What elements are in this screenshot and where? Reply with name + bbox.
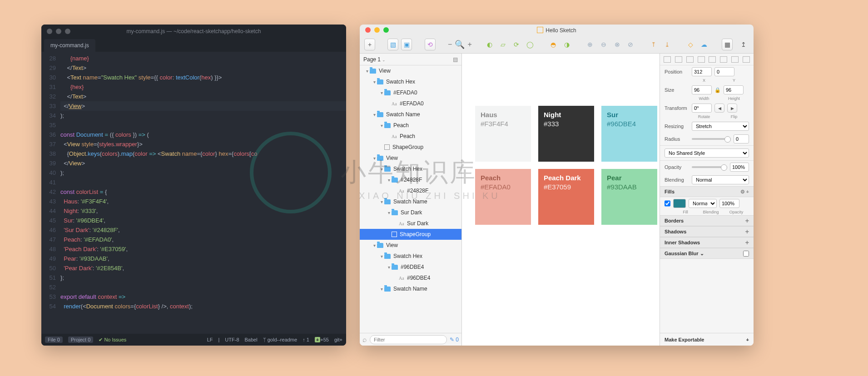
opacity-slider[interactable] <box>692 166 727 168</box>
layer-row[interactable]: ▾Swatch Hex <box>360 163 461 174</box>
canvas[interactable]: Haus#F3F4F4Night#333Sur#96DBE4Sur Dark#2… <box>462 54 660 346</box>
swatch[interactable]: Night#333 <box>538 106 594 162</box>
mask-button[interactable]: ◓ <box>548 39 559 50</box>
shared-style-select[interactable]: No Shared Style <box>665 148 749 158</box>
layer-row[interactable]: ShapeGroup <box>360 229 461 240</box>
flatten-button[interactable]: ◯ <box>525 39 536 50</box>
position-y-input[interactable] <box>714 67 734 76</box>
backward-button[interactable]: ⤓ <box>662 39 673 50</box>
layer-filter-input[interactable] <box>370 335 447 344</box>
layer-row[interactable]: Aa#96DBE4 <box>360 272 461 283</box>
rotate-button[interactable]: ⟳ <box>511 39 522 50</box>
status-lf[interactable]: LF <box>207 337 213 342</box>
layer-row[interactable]: ▾Swatch Name <box>360 109 461 120</box>
editor-titlebar[interactable]: my-command.js — ~/code/react-sketchapp/h… <box>41 25 346 38</box>
layer-row[interactable]: ShapeGroup <box>360 142 461 153</box>
add-export-button[interactable]: + <box>746 337 749 342</box>
height-input[interactable] <box>724 85 744 94</box>
zoom-in-button[interactable]: + <box>467 40 471 49</box>
edit-button[interactable]: ◐ <box>484 39 495 50</box>
group-button[interactable]: ▧ <box>387 39 398 50</box>
page-selector[interactable]: Page 1 ⌄ ▤ <box>360 54 461 65</box>
slice-filter-icon[interactable]: ✎ 0 <box>450 336 459 343</box>
resizing-select[interactable]: Stretch <box>692 122 749 131</box>
subtract-button[interactable]: ⊖ <box>598 39 609 50</box>
zoom-icon[interactable]: 🔍 <box>455 40 465 49</box>
line-gutter: 2829303132333435363738394041424344454647… <box>41 52 60 334</box>
flip-h-button[interactable]: ◂ <box>714 104 724 113</box>
swatch[interactable]: Pear#93DAAB <box>601 169 657 225</box>
intersect-button[interactable]: ⊗ <box>612 39 623 50</box>
mirror-button[interactable]: ◇ <box>685 39 696 50</box>
status-project[interactable]: Project 0 <box>68 336 93 343</box>
layer-row[interactable]: AaSur Dark <box>360 218 461 229</box>
layer-row[interactable]: ▾Swatch Hex <box>360 251 461 262</box>
flip-v-button[interactable]: ▸ <box>727 104 737 113</box>
fills-settings-icon[interactable]: ⚙ + <box>740 189 749 195</box>
cloud-button[interactable]: ☁ <box>699 39 709 50</box>
add-inner-shadow-button[interactable]: + <box>745 239 749 246</box>
transform-button[interactable]: ▱ <box>498 39 509 50</box>
blur-checkbox[interactable] <box>743 251 749 257</box>
layer-row[interactable]: ▾Swatch Hex <box>360 76 461 87</box>
layer-row[interactable]: ▾Swatch Name <box>360 196 461 207</box>
rotation-input[interactable] <box>692 104 712 113</box>
status-encoding[interactable]: UTF-8 <box>225 337 239 342</box>
fill-color-swatch[interactable] <box>673 199 686 208</box>
layer-row[interactable]: ▾Sur Dark <box>360 207 461 218</box>
layer-row[interactable]: Aa#EFADA0 <box>360 98 461 109</box>
difference-button[interactable]: ⊘ <box>625 39 636 50</box>
fill-enabled-checkbox[interactable] <box>665 199 670 208</box>
view-button[interactable]: ▦ <box>722 39 733 50</box>
radius-slider[interactable] <box>692 138 731 140</box>
fill-blend-select[interactable]: Normal <box>689 199 717 208</box>
code-content[interactable]: {name} </Text> <Text name="Swatch Hex" s… <box>60 52 346 334</box>
layer-row[interactable]: ▾View <box>360 65 461 76</box>
status-branch[interactable]: ᛘ gold--readme <box>263 337 297 342</box>
status-changes: ++55 <box>315 337 329 342</box>
swatch[interactable]: Haus#F3F4F4 <box>475 106 531 162</box>
layer-row[interactable]: AaPeach <box>360 131 461 142</box>
layer-row[interactable]: ▾View <box>360 153 461 163</box>
layer-row[interactable]: ▾#24828F <box>360 174 461 185</box>
forward-button[interactable]: ⤒ <box>649 39 660 50</box>
status-lang[interactable]: Babel <box>245 337 258 342</box>
scale-button[interactable]: ◑ <box>561 39 572 50</box>
layer-row[interactable]: ▾#EFADA0 <box>360 87 461 98</box>
editor-tabbar[interactable]: my-command.js <box>41 38 346 52</box>
sketch-titlebar[interactable]: Hello Sketch <box>360 25 754 35</box>
align-controls[interactable] <box>660 54 754 65</box>
layer-row[interactable]: ▾Peach <box>360 120 461 131</box>
status-file[interactable]: File 0 <box>45 336 63 343</box>
editor-tab[interactable]: my-command.js <box>44 39 95 52</box>
blending-label: Blending <box>665 177 689 183</box>
opacity-input[interactable] <box>730 163 749 172</box>
swatch[interactable]: Peach#EFADA0 <box>475 169 531 225</box>
blending-select[interactable]: Normal <box>692 175 749 184</box>
swatch[interactable]: Peach Dark#E37059 <box>538 169 594 225</box>
symbol-button[interactable]: ⟲ <box>425 39 436 50</box>
export-button[interactable]: ↥ <box>738 39 749 50</box>
layer-row[interactable]: ▾Swatch Name <box>360 283 461 294</box>
width-input[interactable] <box>692 85 712 94</box>
swatch[interactable]: Sur#96DBE4 <box>601 106 657 162</box>
opacity-label: Opacity <box>665 164 689 170</box>
radius-input[interactable] <box>734 134 749 143</box>
page-options-icon[interactable]: ▤ <box>453 56 458 63</box>
union-button[interactable]: ⊕ <box>585 39 595 50</box>
add-border-button[interactable]: + <box>745 217 749 224</box>
layer-row[interactable]: ▾View <box>360 240 461 251</box>
layer-tree[interactable]: ▾View▾Swatch Hex▾#EFADA0Aa#EFADA0▾Swatch… <box>360 65 461 333</box>
insert-button[interactable]: + <box>364 39 375 50</box>
layer-row[interactable]: Aa#24828F <box>360 185 461 196</box>
status-vcs[interactable]: git+ <box>334 337 342 342</box>
add-shadow-button[interactable]: + <box>745 228 749 235</box>
status-ahead: ↑ 1 <box>303 337 309 342</box>
lock-icon[interactable]: 🔒 <box>714 87 721 93</box>
zoom-out-button[interactable]: − <box>448 40 452 49</box>
ungroup-button[interactable]: ▣ <box>401 39 412 50</box>
code-area[interactable]: 2829303132333435363738394041424344454647… <box>41 52 346 334</box>
layer-row[interactable]: ▾#96DBE4 <box>360 262 461 272</box>
fill-opacity-input[interactable] <box>719 199 739 208</box>
position-x-input[interactable] <box>692 67 712 76</box>
